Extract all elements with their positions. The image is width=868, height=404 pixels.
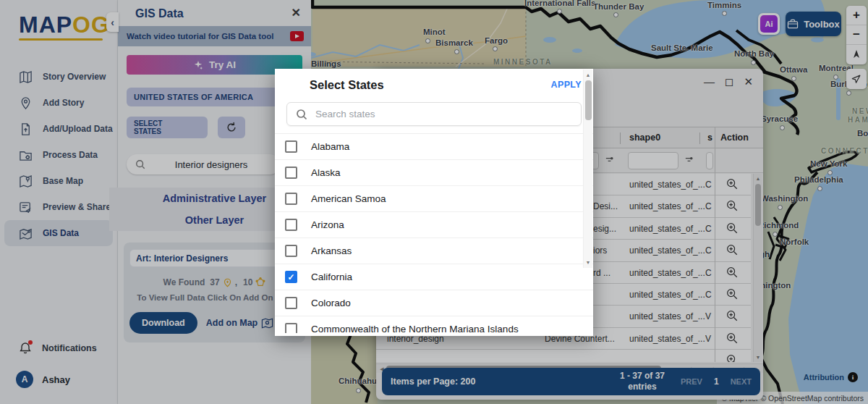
state-label: Alaska: [311, 167, 341, 178]
state-row-commonwealth-of-the-northern-mariana-islands[interactable]: Commonwealth of the Northern Mariana Isl…: [275, 316, 593, 333]
state-row-colorado[interactable]: Colorado: [275, 290, 593, 316]
unchecked-checkbox[interactable]: [285, 193, 297, 205]
state-row-california[interactable]: ✓California: [275, 264, 593, 290]
modal-title: Select States: [310, 78, 550, 92]
state-label: California: [311, 272, 352, 282]
select-states-modal: Select States APPLY AlabamaAlaskaAmerica…: [275, 69, 593, 336]
modal-scrollbar[interactable]: ▲ ▼: [583, 70, 592, 268]
modal-scroll-up[interactable]: ▲: [584, 72, 592, 77]
state-row-arizona[interactable]: Arizona: [275, 212, 593, 238]
unchecked-checkbox[interactable]: [285, 219, 297, 231]
states-search-input[interactable]: [315, 109, 572, 119]
states-list: AlabamaAlaskaAmerican SamoaArizonaArkans…: [275, 133, 593, 333]
unchecked-checkbox[interactable]: [285, 167, 297, 179]
state-row-alaska[interactable]: Alaska: [275, 160, 593, 186]
unchecked-checkbox[interactable]: [285, 245, 297, 257]
state-row-alabama[interactable]: Alabama: [275, 134, 593, 160]
state-row-arkansas[interactable]: Arkansas: [275, 238, 593, 264]
unchecked-checkbox[interactable]: [285, 140, 297, 153]
state-label: Commonwealth of the Northern Mariana Isl…: [311, 324, 519, 333]
unchecked-checkbox[interactable]: [285, 323, 297, 333]
state-label: American Samoa: [311, 193, 386, 204]
checked-checkbox[interactable]: ✓: [285, 271, 297, 283]
apply-button[interactable]: APPLY: [550, 80, 582, 90]
state-label: Colorado: [311, 298, 351, 308]
state-label: Arkansas: [311, 245, 352, 256]
unchecked-checkbox[interactable]: [285, 297, 297, 309]
state-label: Alabama: [311, 141, 349, 152]
states-search-box: [286, 102, 582, 126]
modal-scroll-down[interactable]: ▼: [584, 260, 592, 265]
state-label: Arizona: [311, 219, 344, 230]
state-row-american-samoa[interactable]: American Samoa: [275, 186, 593, 212]
search-icon: [296, 109, 307, 120]
